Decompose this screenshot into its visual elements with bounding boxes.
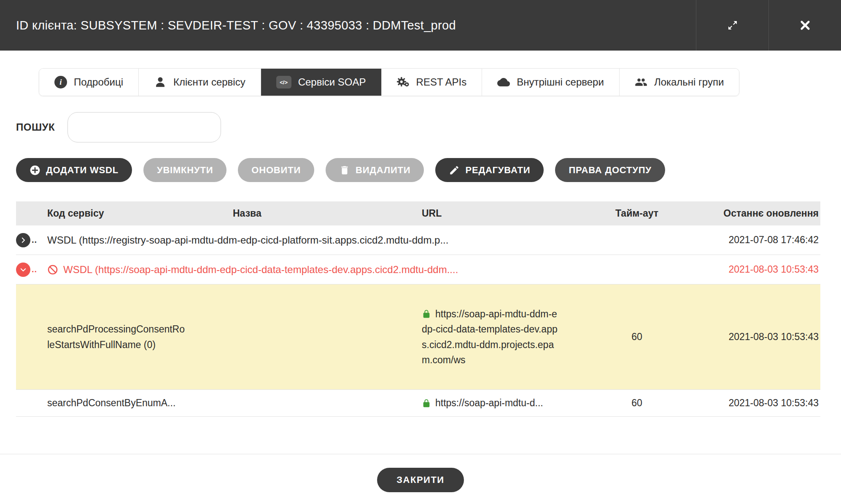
last-updated-cell: 2021-08-03 10:53:43 xyxy=(728,397,819,409)
tab-label: Внутрішні сервери xyxy=(517,76,604,88)
col-header-url: URL xyxy=(422,208,607,219)
plus-circle-icon xyxy=(30,165,40,176)
tab-label: Клієнти сервісу xyxy=(173,76,245,88)
last-updated-cell: 2021-07-08 17:46:42 xyxy=(728,234,819,246)
chevron-down-circle-icon[interactable] xyxy=(16,263,30,277)
lock-icon xyxy=(422,399,431,408)
tab-details[interactable]: Подробиці xyxy=(39,69,138,96)
add-wsdl-button[interactable]: ДОДАТИ WSDL xyxy=(16,158,132,182)
enable-button[interactable]: УВІМКНУТИ xyxy=(143,158,226,182)
timeout-cell: 60 xyxy=(631,397,642,409)
col-header-timeout: Тайм-аут xyxy=(615,208,658,219)
button-label: ВИДАЛИТИ xyxy=(356,165,410,176)
service-url-cell: https://soap-api-mdtu-d... xyxy=(422,397,607,409)
table-row-wsdl-1: .. WSDL (https://registry-soap-api-mdtu-… xyxy=(16,225,820,255)
button-label: ОНОВИТИ xyxy=(251,165,301,176)
search-input[interactable] xyxy=(67,112,221,142)
client-details-dialog: ID клієнта: SUBSYSTEM : SEVDEIR-TEST : G… xyxy=(0,0,841,492)
tab-local-groups[interactable]: Локальні групи xyxy=(619,69,739,96)
person-icon xyxy=(154,76,167,88)
wsdl-title: WSDL (https://soap-api-mdtu-ddm-edp-cicd… xyxy=(47,264,607,276)
col-header-service-code: Код сервісу xyxy=(47,208,233,219)
button-label: ДОДАТИ WSDL xyxy=(46,165,119,176)
col-header-name: Назва xyxy=(233,208,422,219)
service-url-cell: https://soap-api-mdtu-ddm-edp-cicd-data-… xyxy=(422,306,561,367)
service-url-text: https://soap-api-mdtu-ddm-edp-cicd-data-… xyxy=(422,308,558,365)
tab-soap-services[interactable]: Сервіси SOAP xyxy=(261,69,381,96)
footer-divider xyxy=(0,454,841,454)
people-icon xyxy=(635,76,647,88)
expand-icon xyxy=(726,19,739,32)
chevron-right-circle-icon[interactable] xyxy=(16,233,30,247)
refresh-button[interactable]: ОНОВИТИ xyxy=(238,158,314,182)
expander-cell: .. xyxy=(16,263,47,277)
code-icon xyxy=(276,76,291,88)
table-row-service-selected[interactable]: searchPdProcessingConsentRoleStartsWithF… xyxy=(16,284,820,390)
timeout-cell: 60 xyxy=(631,331,642,343)
dialog-title: ID клієнта: SUBSYSTEM : SEVDEIR-TEST : G… xyxy=(0,0,696,51)
close-dialog-x-button[interactable] xyxy=(768,0,841,51)
col-header-last-updated: Останнє оновлення xyxy=(723,208,819,219)
button-label: ПРАВА ДОСТУПУ xyxy=(569,165,651,176)
tab-label: Локальні групи xyxy=(654,76,724,88)
close-dialog-button[interactable]: ЗАКРИТИ xyxy=(377,468,464,492)
expander-cell: .. xyxy=(16,233,47,247)
search-label: ПОШУК xyxy=(16,121,55,133)
table-header-row: Код сервісу Назва URL Тайм-аут Останнє о… xyxy=(16,201,820,225)
trash-icon xyxy=(339,165,350,176)
delete-button[interactable]: ВИДАЛИТИ xyxy=(326,158,424,182)
tab-label: Сервіси SOAP xyxy=(298,76,366,88)
gear-icon xyxy=(397,76,410,88)
toolbar: ДОДАТИ WSDL УВІМКНУТИ ОНОВИТИ ВИДАЛИТИ Р… xyxy=(16,158,841,182)
table-row-wsdl-2: .. WSDL (https://soap-api-mdtu-ddm-edp-c… xyxy=(16,255,820,284)
tab-label: REST APIs xyxy=(416,76,467,88)
wsdl-title: WSDL (https://registry-soap-api-mdtu-ddm… xyxy=(47,234,607,246)
service-code-cell: searchPdProcessingConsentRoleStartsWithF… xyxy=(47,322,186,353)
maximize-button[interactable] xyxy=(696,0,768,51)
service-code-cell: searchPdConsentByEnumA... xyxy=(47,397,233,409)
last-updated-cell: 2021-08-03 10:53:43 xyxy=(728,264,819,275)
tab-label: Подробиці xyxy=(74,76,123,88)
table-row-service[interactable]: searchPdConsentByEnumA... https://soap-a… xyxy=(16,390,820,417)
dialog-titlebar: ID клієнта: SUBSYSTEM : SEVDEIR-TEST : G… xyxy=(0,0,841,51)
search-row: ПОШУК xyxy=(16,112,841,142)
tab-bar: Подробиці Клієнти сервісу Сервіси SOAP xyxy=(39,68,739,96)
truncation-dots: .. xyxy=(32,265,37,274)
tab-internal-servers[interactable]: Внутрішні сервери xyxy=(482,69,619,96)
service-url-text: https://soap-api-mdtu-d... xyxy=(435,397,543,409)
edit-button[interactable]: РЕДАГУВАТИ xyxy=(435,158,544,182)
cloud-icon xyxy=(497,76,510,88)
blocked-icon xyxy=(47,264,58,275)
last-updated-cell: 2021-08-03 10:53:43 xyxy=(728,331,819,343)
button-label: УВІМКНУТИ xyxy=(157,165,213,176)
close-icon xyxy=(799,19,811,31)
tab-rest-apis[interactable]: REST APIs xyxy=(381,69,482,96)
pencil-icon xyxy=(449,165,460,176)
access-rights-button[interactable]: ПРАВА ДОСТУПУ xyxy=(555,158,665,182)
wsdl-url-text: WSDL (https://soap-api-mdtu-ddm-edp-cicd… xyxy=(63,264,458,276)
lock-icon xyxy=(422,309,431,319)
truncation-dots: .. xyxy=(32,235,37,245)
tab-service-clients[interactable]: Клієнти сервісу xyxy=(138,69,261,96)
info-icon xyxy=(54,76,67,88)
button-label: РЕДАГУВАТИ xyxy=(465,165,530,176)
soap-services-table: Код сервісу Назва URL Тайм-аут Останнє о… xyxy=(16,201,820,417)
wsdl-url-text: WSDL (https://registry-soap-api-mdtu-ddm… xyxy=(47,234,448,246)
